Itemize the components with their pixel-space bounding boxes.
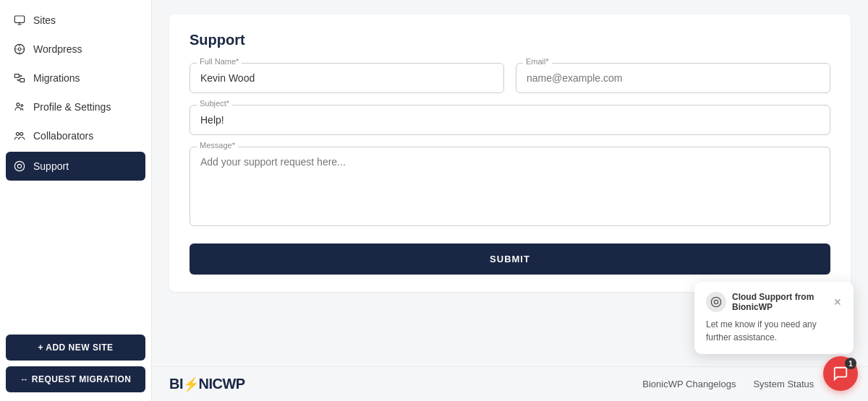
svg-point-2	[18, 48, 21, 51]
svg-point-9	[14, 161, 24, 171]
form-row-name-email: Full Name* Email*	[190, 63, 830, 93]
sidebar-bottom: + ADD NEW SITE ↔ REQUEST MIGRATION	[0, 327, 151, 401]
footer-link-changelogs[interactable]: BionicWP Changelogs	[642, 379, 736, 389]
collaborators-icon	[13, 129, 26, 142]
full-name-field: Full Name*	[190, 63, 504, 93]
main-footer: BI⚡NICWP BionicWP Changelogs System Stat…	[152, 366, 868, 401]
support-icon	[13, 160, 26, 173]
message-field: Message*	[190, 147, 830, 229]
full-name-input[interactable]	[190, 63, 504, 93]
chat-popup-title: Cloud Support from BionicWP	[732, 292, 833, 312]
svg-point-8	[20, 132, 23, 135]
add-new-site-button[interactable]: + ADD NEW SITE	[6, 335, 145, 361]
brand-text: BI⚡NICWP	[169, 376, 245, 392]
email-input[interactable]	[516, 63, 830, 93]
svg-point-12	[714, 300, 718, 303]
subject-label: Subject*	[197, 99, 232, 108]
migrations-icon	[13, 72, 26, 85]
svg-point-5	[17, 103, 20, 106]
email-field: Email*	[516, 63, 830, 93]
chat-popup-icon	[706, 292, 726, 312]
svg-rect-3	[14, 74, 19, 78]
sidebar-item-support[interactable]: Support	[6, 152, 145, 181]
full-name-label: Full Name*	[197, 57, 242, 66]
sidebar-item-profile[interactable]: Profile & Settings	[0, 92, 151, 121]
sidebar-nav: Sites Wordpress Migrations	[0, 0, 151, 327]
chat-popup: Cloud Support from BionicWP ✕ Let me kno…	[694, 282, 854, 354]
request-migration-button[interactable]: ↔ REQUEST MIGRATION	[6, 366, 145, 392]
chat-popup-message: Let me know if you need any further assi…	[706, 318, 842, 344]
chat-button[interactable]: 1	[823, 356, 858, 391]
svg-point-10	[17, 164, 21, 168]
sidebar: Sites Wordpress Migrations	[0, 0, 152, 401]
sidebar-item-wordpress[interactable]: Wordpress	[0, 35, 151, 64]
form-row-subject: Subject*	[190, 105, 830, 135]
profile-icon	[13, 100, 26, 113]
page-title: Support	[190, 32, 830, 48]
submit-button[interactable]: SUBMIT	[190, 243, 830, 275]
chat-popup-header: Cloud Support from BionicWP ✕	[706, 292, 842, 312]
sidebar-item-collaborators[interactable]: Collaborators	[0, 121, 151, 150]
chat-close-button[interactable]: ✕	[833, 297, 842, 307]
footer-links: BionicWP Changelogs System Status Help	[642, 379, 851, 389]
svg-rect-0	[14, 16, 24, 22]
message-label: Message*	[197, 141, 238, 150]
svg-rect-4	[20, 79, 25, 82]
message-input[interactable]	[190, 147, 830, 226]
wordpress-icon	[13, 43, 26, 56]
svg-point-11	[711, 297, 720, 306]
email-label: Email*	[523, 57, 552, 66]
bolt-icon: ⚡	[183, 376, 199, 392]
support-card: Support Full Name* Email* Subject* Me	[169, 14, 851, 292]
svg-point-7	[16, 132, 19, 135]
sidebar-item-sites[interactable]: Sites	[0, 6, 151, 35]
svg-point-6	[21, 105, 23, 107]
footer-link-status[interactable]: System Status	[753, 379, 814, 389]
chat-badge: 1	[845, 358, 856, 369]
subject-field: Subject*	[190, 105, 830, 135]
subject-input[interactable]	[190, 105, 830, 135]
footer-brand: BI⚡NICWP	[169, 376, 245, 392]
sidebar-item-migrations[interactable]: Migrations	[0, 64, 151, 92]
monitor-icon	[13, 14, 26, 27]
